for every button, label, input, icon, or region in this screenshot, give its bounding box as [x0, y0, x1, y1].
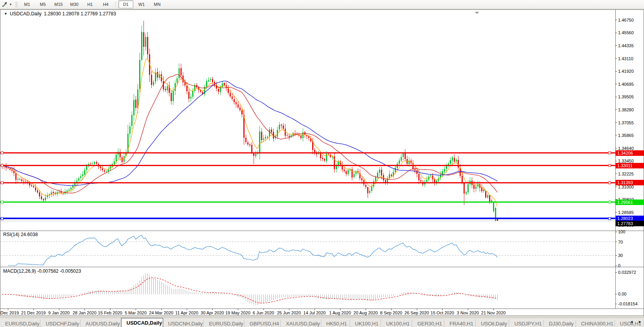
- svg-text:100: 100: [618, 229, 625, 234]
- chart-tab-ger30-h1[interactable]: GER30,H1: [412, 320, 444, 327]
- chart-tab-gbpusd-h4[interactable]: GBPUSD,H4: [245, 320, 281, 327]
- svg-text:11 Apr 2020: 11 Apr 2020: [175, 310, 199, 315]
- chart-tab-usdcad-daily[interactable]: USDCAD,Daily: [121, 318, 163, 327]
- chart-tab-usoil-daily[interactable]: USOil,Daily: [476, 320, 509, 327]
- svg-text:30 Apr 2020: 30 Apr 2020: [201, 310, 224, 315]
- svg-text:1.39505: 1.39505: [618, 94, 634, 99]
- svg-text:15 Oct 2020: 15 Oct 2020: [431, 310, 454, 315]
- svg-text:14 Jul 2020: 14 Jul 2020: [304, 310, 326, 315]
- chart-tab-audusd-daily[interactable]: AUDUSD,Daily: [81, 320, 121, 327]
- svg-text:3 Dec 2019: 3 Dec 2019: [0, 310, 19, 315]
- svg-text:1.34206: 1.34206: [617, 151, 633, 155]
- chart-title: ▼ USDCAD,Daily 1.28030 1.28078 1.27769 1…: [4, 11, 116, 17]
- chart-symbol-label: USDCAD,Daily: [10, 11, 42, 17]
- svg-text:28 Jan 2020: 28 Jan 2020: [73, 310, 97, 315]
- timeframe-button-mn[interactable]: MN: [150, 0, 165, 8]
- svg-text:1.41920: 1.41920: [618, 69, 634, 74]
- chart-cursor-icon[interactable]: [2, 1, 9, 7]
- macd-indicator-label: MACD(12,26,9) -0.007582 -0.005023: [3, 268, 81, 274]
- svg-text:0.00: 0.00: [618, 292, 626, 296]
- svg-text:8 Sep 2020: 8 Sep 2020: [380, 310, 402, 315]
- chart-tab-usdchf-daily[interactable]: USDCHF,Daily: [40, 320, 80, 327]
- chart-tab-dj30-daily[interactable]: DJ30,Daily: [544, 320, 576, 327]
- chart-collapse-icon[interactable]: ▼: [4, 12, 7, 16]
- chart-tab-usdcnh-daily[interactable]: USDCNH,Daily: [163, 320, 204, 327]
- timeframe-button-m5[interactable]: M5: [35, 0, 50, 8]
- svg-text:19 May 2020: 19 May 2020: [225, 310, 250, 315]
- toolbar-separator: [116, 1, 116, 7]
- svg-text:1.38280: 1.38280: [618, 107, 634, 112]
- chart-tab-fra40-h1[interactable]: FRA40,H1: [444, 320, 476, 327]
- svg-text:-0.018154: -0.018154: [618, 301, 638, 306]
- svg-text:21 Nov 2020: 21 Nov 2020: [481, 310, 506, 315]
- chart-tab-uk100-h1[interactable]: UK100,H1: [381, 320, 412, 327]
- svg-text:1 Aug 2020: 1 Aug 2020: [329, 310, 351, 315]
- chart-tab-bar: EURUSD,DailyUSDCHF,DailyAUDUSD,DailyUSDC…: [0, 318, 644, 327]
- svg-text:1.28585: 1.28585: [618, 210, 634, 215]
- svg-text:1.33450: 1.33450: [618, 159, 634, 163]
- svg-text:70: 70: [618, 240, 623, 244]
- chart-tab-xauusd-daily[interactable]: XAUUSD,Daily: [281, 320, 321, 327]
- svg-text:1.28023: 1.28023: [617, 216, 633, 221]
- timeframe-button-w1[interactable]: W1: [134, 0, 149, 8]
- chart-tab-hk50-h1[interactable]: HK50,H1: [321, 320, 350, 327]
- svg-text:1.34640: 1.34640: [618, 146, 634, 151]
- svg-text:0.032972: 0.032972: [618, 270, 636, 275]
- chart-tab-uk100-h1[interactable]: UK100,H1: [350, 320, 381, 327]
- timeframe-button-m1[interactable]: M1: [20, 0, 35, 8]
- svg-text:30: 30: [618, 253, 623, 258]
- svg-text:1.44335: 1.44335: [618, 43, 634, 48]
- tab-scroll-left-icon[interactable]: ◄: [628, 319, 635, 325]
- svg-text:1.46750: 1.46750: [618, 18, 634, 22]
- timeframe-toolbar: ▼ M1M5M15M30H1H4D1W1MN: [0, 0, 644, 9]
- timeframe-button-m30[interactable]: M30: [67, 0, 82, 8]
- timeframe-button-m15[interactable]: M15: [51, 0, 66, 8]
- svg-text:1.45560: 1.45560: [618, 30, 634, 35]
- chart-tab-eurusd-daily[interactable]: EURUSD,Daily: [204, 320, 244, 327]
- chevron-down-icon[interactable]: ▼: [9, 3, 12, 6]
- svg-text:3 Nov 2020: 3 Nov 2020: [457, 310, 479, 315]
- svg-text:25 Jun 2020: 25 Jun 2020: [277, 310, 301, 315]
- svg-text:1.32225: 1.32225: [618, 172, 634, 176]
- tab-scroll-right-icon[interactable]: ►: [637, 319, 643, 325]
- timeframe-button-d1[interactable]: D1: [118, 0, 133, 8]
- svg-text:21 Dec 2019: 21 Dec 2019: [21, 310, 46, 315]
- svg-text:1.35865: 1.35865: [618, 133, 634, 138]
- svg-text:5 Mar 2020: 5 Mar 2020: [125, 310, 147, 315]
- svg-text:1.37055: 1.37055: [618, 120, 634, 125]
- chart-tab-usdjpy-h1[interactable]: USDJPY,H1: [509, 320, 544, 327]
- rsi-indicator-label: RSI(14) 24.6038: [3, 232, 38, 237]
- svg-text:1.27783: 1.27783: [617, 221, 633, 226]
- chart-ohlc-values: 1.28030 1.28078 1.27769 1.27783: [44, 11, 116, 17]
- svg-text:0: 0: [618, 263, 620, 268]
- svg-text:24 Mar 2020: 24 Mar 2020: [149, 310, 173, 315]
- svg-text:15 Feb 2020: 15 Feb 2020: [98, 310, 122, 315]
- svg-text:26 Sep 2020: 26 Sep 2020: [405, 310, 429, 315]
- svg-text:1.33011: 1.33011: [617, 163, 633, 168]
- svg-text:1.29561: 1.29561: [617, 200, 633, 205]
- timeframe-button-h1[interactable]: H1: [83, 0, 98, 8]
- chart-tab-china300-h1[interactable]: CHINA300,H1: [576, 320, 615, 327]
- chart-canvas[interactable]: 1.467501.455601.443351.431101.419201.406…: [0, 9, 644, 316]
- svg-text:9 Jan 2020: 9 Jan 2020: [48, 310, 70, 315]
- svg-text:1.43110: 1.43110: [618, 56, 633, 61]
- current-price-tag: 1.27783: [616, 221, 644, 226]
- timeframe-button-h4[interactable]: H4: [98, 0, 113, 8]
- toolbar-grip[interactable]: [15, 2, 18, 7]
- svg-text:6 Jun 2020: 6 Jun 2020: [253, 310, 274, 315]
- svg-text:1.31393: 1.31393: [617, 180, 633, 185]
- svg-text:20 Aug 2020: 20 Aug 2020: [353, 310, 378, 315]
- chart-tab-eurusd-daily[interactable]: EURUSD,Daily: [0, 320, 40, 327]
- svg-text:1.40695: 1.40695: [618, 82, 634, 87]
